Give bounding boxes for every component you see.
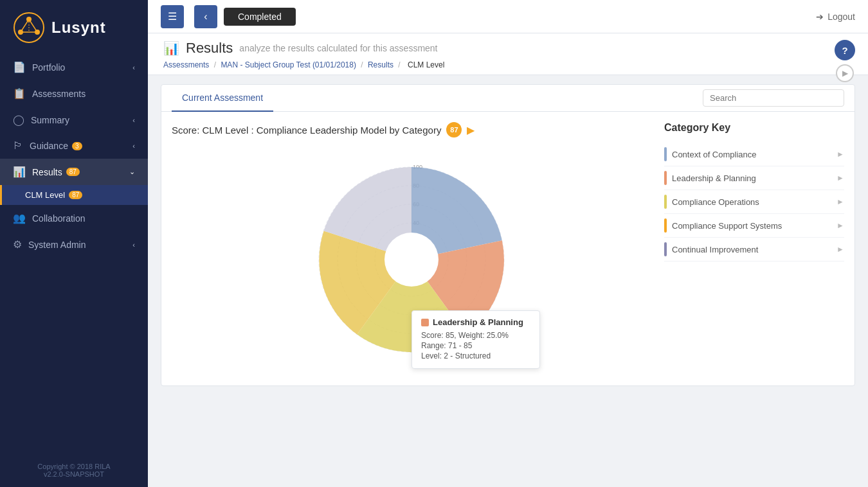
tooltip-title-text: Leadership & Planning (433, 317, 523, 327)
topbar: ☰ ‹ Completed ➔ Logout (148, 0, 868, 33)
results-icon: 📊 (13, 166, 26, 178)
chart-score-badge: 87 (446, 122, 462, 137)
tooltip-level: Level: 2 - Structured (421, 351, 530, 360)
clm-badge: 87 (69, 191, 82, 199)
sidebar-item-portfolio[interactable]: 📄 Portfolio ‹ (0, 54, 148, 80)
system-admin-icon: ⚙ (13, 238, 22, 251)
sidebar-footer: Copyright © 2018 RILA v2.2.0-SNAPSHOT (0, 454, 148, 487)
category-arrow-3: ► (836, 221, 844, 230)
category-key-title: Category Key (664, 122, 844, 134)
tooltip-score: Score: 85, Weight: 25.0% (421, 331, 530, 340)
sidebar-item-clm-label: CLM Level (25, 190, 65, 200)
logout-icon: ➔ (816, 12, 824, 22)
guidance-arrow-icon: ‹ (132, 142, 135, 150)
system-admin-arrow-icon: ‹ (132, 241, 135, 249)
category-label-0: Context of Compliance (672, 150, 831, 159)
breadcrumb: Assessments / MAN - Subject Group Test (… (163, 60, 853, 75)
category-bar-1 (664, 171, 667, 185)
sidebar: Lusynt 📄 Portfolio ‹ 📋 Assessments ◯ Sum… (0, 0, 148, 487)
category-arrow-4: ► (836, 245, 844, 254)
tab-current-assessment[interactable]: Current Assessment (172, 85, 273, 112)
sidebar-item-summary[interactable]: ◯ Summary ‹ (0, 107, 148, 133)
page-subtitle: analyze the results calculated for this … (239, 43, 437, 53)
chart-section: Score: CLM Level : Compliance Leadership… (172, 122, 651, 375)
guidance-icon: 🏳 (13, 140, 23, 152)
svg-line-5 (21, 19, 29, 32)
category-item-1[interactable]: Leadership & Planning ► (664, 166, 844, 190)
sidebar-item-collaboration[interactable]: 👥 Collaboration (0, 205, 148, 231)
svg-line-4 (29, 19, 37, 32)
portfolio-arrow-icon: ‹ (132, 64, 135, 71)
category-label-1: Leadership & Planning (672, 173, 831, 183)
chart-arrow-button[interactable]: ▶ (467, 124, 475, 136)
sidebar-item-assessments-label: Assessments (32, 89, 86, 99)
results-arrow-icon: ⌄ (129, 168, 135, 176)
page-title: Results (186, 40, 233, 57)
sidebar-item-system-admin[interactable]: ⚙ System Admin ‹ (0, 231, 148, 258)
category-item-2[interactable]: Compliance Operations ► (664, 190, 844, 214)
category-arrow-1: ► (836, 173, 844, 182)
category-label-3: Compliance Support Systems (672, 221, 831, 231)
logo-text: Lusynt (51, 19, 106, 37)
logout-label: Logout (827, 12, 855, 22)
category-bar-3 (664, 218, 667, 233)
category-arrow-2: ► (836, 197, 844, 206)
chart-tooltip: Leadership & Planning Score: 85, Weight:… (411, 310, 540, 369)
help-button[interactable]: ? (835, 40, 855, 60)
sidebar-item-guidance-label: Guidance (30, 141, 68, 151)
category-label-2: Compliance Operations (672, 197, 831, 207)
category-key: Category Key Context of Compliance ► Lea… (664, 122, 844, 375)
breadcrumb-sep1: / (214, 60, 219, 69)
sidebar-item-system-admin-label: System Admin (28, 240, 86, 250)
collaboration-icon: 👥 (13, 212, 26, 224)
breadcrumb-assessments[interactable]: Assessments (163, 60, 209, 69)
sidebar-item-results[interactable]: 📊 Results 87 ⌄ (0, 159, 148, 185)
breadcrumb-test[interactable]: MAN - Subject Group Test (01/01/2018) (221, 60, 356, 69)
logout-button[interactable]: ➔ Logout (816, 12, 855, 22)
completed-status: Completed (224, 8, 296, 26)
assessments-icon: 📋 (13, 87, 26, 100)
main-content: ☰ ‹ Completed ➔ Logout 📊 Results analyze… (148, 0, 868, 487)
category-bar-4 (664, 242, 667, 256)
category-item-3[interactable]: Compliance Support Systems ► (664, 214, 844, 238)
guidance-badge: 3 (72, 142, 82, 150)
sidebar-item-clm-level[interactable]: CLM Level 87 (0, 185, 148, 205)
page-header: 📊 Results analyze the results calculated… (148, 33, 868, 75)
sidebar-item-guidance[interactable]: 🏳 Guidance 3 ‹ (0, 133, 148, 159)
portfolio-icon: 📄 (13, 61, 26, 73)
breadcrumb-current: CLM Level (408, 60, 444, 69)
breadcrumb-results[interactable]: Results (368, 60, 393, 69)
hamburger-button[interactable]: ☰ (161, 5, 184, 28)
search-input[interactable] (703, 89, 844, 107)
breadcrumb-sep2: / (361, 60, 365, 69)
content-area: Current Assessment Score: CLM Level : Co… (148, 75, 868, 487)
sidebar-logo: Lusynt (0, 0, 148, 54)
sidebar-item-summary-label: Summary (31, 115, 69, 125)
card-tabs: Current Assessment (161, 85, 854, 112)
category-item-0[interactable]: Context of Compliance ► (664, 143, 844, 166)
tooltip-range: Range: 71 - 85 (421, 341, 530, 350)
results-card: Current Assessment Score: CLM Level : Co… (161, 84, 855, 386)
category-bar-2 (664, 195, 667, 209)
breadcrumb-sep3: / (398, 60, 402, 69)
tooltip-color-indicator (421, 319, 429, 326)
sidebar-navigation: 📄 Portfolio ‹ 📋 Assessments ◯ Summary ‹ … (0, 54, 148, 454)
sidebar-item-assessments[interactable]: 📋 Assessments (0, 80, 148, 107)
category-bar-0 (664, 147, 667, 161)
card-body: Score: CLM Level : Compliance Leadership… (161, 112, 854, 385)
category-arrow-0: ► (836, 150, 844, 159)
back-button[interactable]: ‹ (194, 5, 217, 28)
tab-current-assessment-label: Current Assessment (182, 93, 263, 103)
sidebar-item-collaboration-label: Collaboration (32, 213, 86, 224)
chart-container: 100 80 60 40 20 (296, 144, 527, 375)
category-item-4[interactable]: Continual Improvement ► (664, 238, 844, 261)
summary-icon: ◯ (13, 114, 24, 126)
sidebar-item-results-label: Results (32, 167, 62, 177)
chart-title-text: Score: CLM Level : Compliance Leadership… (172, 125, 441, 136)
category-label-4: Continual Improvement (672, 245, 831, 254)
results-badge: 87 (66, 168, 80, 176)
summary-arrow-icon: ‹ (132, 116, 135, 124)
page-title-icon: 📊 (163, 40, 179, 56)
logo-icon (13, 12, 45, 44)
chart-title: Score: CLM Level : Compliance Leadership… (172, 122, 651, 137)
